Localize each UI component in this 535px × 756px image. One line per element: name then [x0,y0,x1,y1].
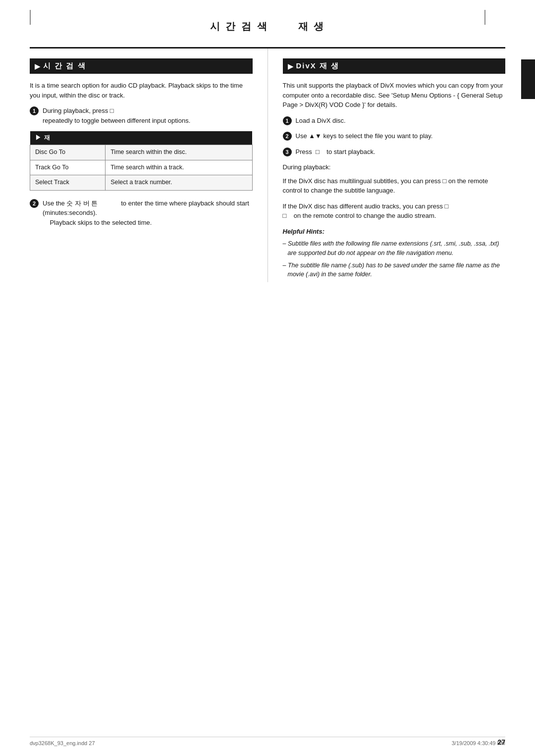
right-step-1-content: Load a DivX disc. [296,116,506,126]
right-tab [521,59,535,99]
during-playback-label: During playback: [283,162,506,172]
divx-subtitle-note: If the DivX disc has multilingual subtit… [283,176,506,196]
right-step-2-number: 2 [283,132,292,141]
margin-line-left [30,10,31,25]
step-3-suffix: to start playback. [326,148,375,155]
step-1-text-prefix: During playback, press [43,107,110,114]
step-1-content: During playback, press □ repeatedly to t… [43,106,253,125]
step-1-symbol: □ [110,107,114,114]
table-header-col1: ▶ 재 [30,131,106,145]
right-step-1-number: 1 [283,116,292,125]
step-2-number: 2 [30,199,39,208]
page-footer: dvp3268K_93_eng.indd 27 3/19/2009 4:30:4… [30,737,505,746]
helpful-hints-section: Helpful Hints: – Subtitle files with the… [283,227,506,280]
left-section-header: ▶ 시 간 검 색 [30,58,253,74]
right-section-header: ▶ DivX 재 생 [283,58,506,74]
hint-1: – Subtitle files with the following file… [283,239,506,258]
page-header: 시 간 검 색 재 생 [30,20,505,37]
table-row: Disc Go To Time search within the disc. [30,145,253,160]
step-1-continued: repeatedly to toggle between different i… [43,117,190,124]
right-header-chars: DivX 재 생 [296,61,340,71]
helpful-hints-title: Helpful Hints: [283,227,506,237]
page-number: 27 [497,738,505,746]
goto-table: ▶ 재 Disc Go To Time search within the di… [30,131,253,191]
left-step-2: 2 Use the 숫 자 버 튼 to enter the time wher… [30,199,253,228]
left-step-1: 1 During playback, press □ repeatedly to… [30,106,253,125]
right-step-3-content: Press □ to start playback. [296,147,506,157]
table-cell-disc-goto-label: Disc Go To [30,145,106,160]
left-header-chars: 시 간 검 색 [43,61,86,71]
step-3-press-label: Press [296,148,312,155]
table-cell-disc-goto-value: Time search within the disc. [106,145,252,160]
table-row: Track Go To Time search within a track. [30,160,253,175]
left-header-triangle: ▶ [35,62,40,70]
right-step-2-content: Use ▲▼ keys to select the file you want … [296,131,506,141]
two-col-layout: ▶ 시 간 검 색 It is a time search option for… [30,49,505,282]
divx-audio-note: If the DivX disc has different audio tra… [283,202,506,221]
right-step-1: 1 Load a DivX disc. [283,116,506,126]
right-step-2: 2 Use ▲▼ keys to select the file you wan… [283,131,506,141]
right-step-3: 3 Press □ to start playback. [283,147,506,157]
page-container: 시 간 검 색 재 생 ▶ 시 간 검 색 It is a time searc… [0,0,535,756]
table-cell-track-goto-label: Track Go To [30,160,106,175]
right-intro-text: This unit supports the playback of DivX … [283,81,506,110]
table-cell-track-goto-value: Time search within a track. [106,160,252,175]
table-header-col2 [106,131,252,145]
right-step-3-number: 3 [283,148,292,156]
step-1-number: 1 [30,106,39,115]
step-2-content: Use the 숫 자 버 튼 to enter the time where … [43,199,253,228]
table-row: Select Track Select a track number. [30,175,253,191]
hint-2: – The subtitle file name (.sub) has to b… [283,261,506,280]
left-column: ▶ 시 간 검 색 It is a time search option for… [30,49,268,282]
table-cell-select-track-label: Select Track [30,175,106,191]
right-column: ▶ DivX 재 생 This unit supports the playba… [268,49,506,282]
right-header-triangle: ▶ [288,62,293,70]
footer-left-text: dvp3268K_93_eng.indd 27 [30,740,95,746]
step-2-note: Playback skips to the selected time. [50,219,152,226]
step-2-prefix: Use the [43,200,66,207]
margin-line-right [484,10,485,25]
step-3-symbol: □ [316,148,320,155]
left-intro-text: It is a time search option for audio CD … [30,81,253,100]
step-2-symbols: 숫 자 버 튼 [66,200,98,207]
table-cell-select-track-value: Select a track number. [106,175,252,191]
header-title: 시 간 검 색 재 생 [210,20,325,33]
